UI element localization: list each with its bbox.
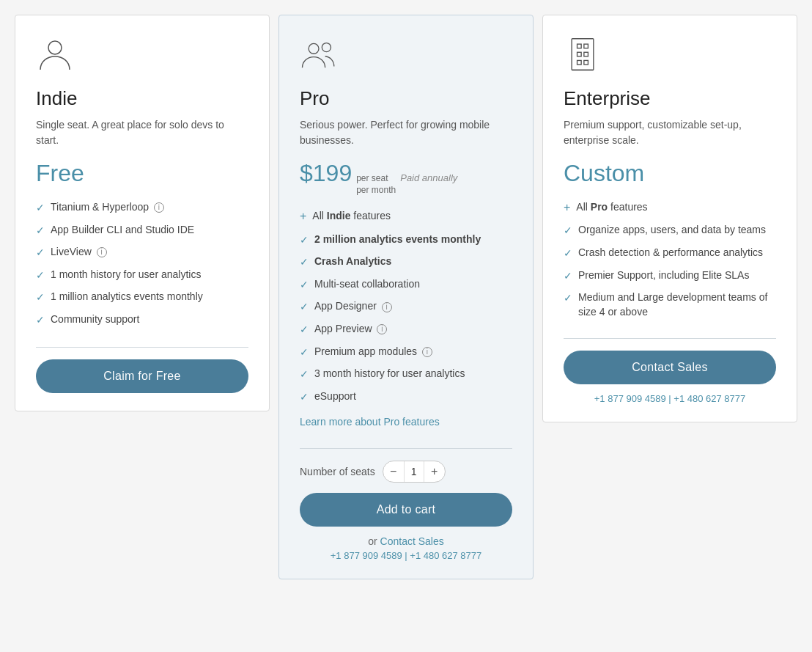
- check-icon: ✓: [300, 323, 309, 337]
- feature-text: 1 million analytics events monthly: [51, 290, 248, 304]
- seats-row: Number of seats − 1 +: [300, 461, 512, 483]
- list-item: ✓ Multi-seat collaboration: [300, 277, 512, 293]
- check-icon: ✓: [300, 255, 309, 270]
- feature-text: App Preview i: [314, 322, 512, 337]
- svg-rect-7: [577, 52, 582, 56]
- svg-point-2: [322, 43, 331, 52]
- feature-text: LiveView i: [51, 245, 248, 260]
- list-item: ✓ 2 million analytics events monthly: [300, 232, 512, 248]
- check-icon: ✓: [300, 278, 309, 293]
- indie-icon: [36, 36, 248, 77]
- list-item: ✓ Titanium & Hyperloop i: [36, 200, 248, 216]
- check-icon: ✓: [36, 290, 45, 305]
- check-icon: ✓: [300, 367, 309, 382]
- list-item: ✓ LiveView i: [36, 245, 248, 260]
- check-icon: ✓: [300, 345, 309, 360]
- divider: [564, 338, 776, 339]
- svg-rect-8: [584, 52, 588, 56]
- list-item: ✓ Medium and Large development teams of …: [564, 290, 776, 319]
- list-item: ✓ Organize apps, users, and data by team…: [564, 223, 776, 238]
- check-icon: ✓: [300, 233, 309, 248]
- enterprise-plan-description: Premium support, customizable set-up, en…: [564, 117, 776, 148]
- seats-decrease-button[interactable]: −: [383, 461, 404, 482]
- list-item: ✓ 1 million analytics events monthly: [36, 290, 248, 305]
- pro-learn-more-link[interactable]: Learn more about Pro features: [300, 416, 512, 428]
- feature-text: App Designer i: [314, 299, 512, 314]
- list-item: ✓ Crash Analytics: [300, 254, 512, 270]
- svg-rect-6: [584, 44, 588, 48]
- feature-text: All Indie features: [312, 209, 512, 224]
- enterprise-plan-card: Enterprise Premium support, customizable…: [542, 15, 797, 422]
- list-item: ✓ 3 month history for user analytics: [300, 367, 512, 382]
- pro-contact-info: or Contact Sales +1 877 909 4589 | +1 48…: [300, 535, 512, 561]
- indie-cta-button[interactable]: Claim for Free: [36, 359, 248, 393]
- enterprise-features-list: + All Pro features ✓ Organize apps, user…: [564, 200, 776, 326]
- pro-price-per: per seatper month: [356, 173, 396, 196]
- enterprise-plan-name: Enterprise: [564, 87, 776, 110]
- svg-rect-3: [572, 39, 594, 70]
- feature-text: Premium app modules i: [314, 345, 512, 359]
- check-icon: ✓: [36, 268, 45, 283]
- indie-plan-card: Indie Single seat. A great place for sol…: [15, 15, 270, 411]
- list-item: ✓ Crash detection & performance analytic…: [564, 246, 776, 261]
- feature-text: Medium and Large development teams of si…: [578, 290, 776, 319]
- check-icon: ✓: [564, 291, 572, 306]
- list-item: ✓ Community support: [36, 312, 248, 328]
- pricing-container: Indie Single seat. A great place for sol…: [15, 15, 797, 579]
- pro-plan-price: $199 per seatper month Paid annually: [300, 160, 512, 196]
- check-icon: ✓: [300, 300, 309, 315]
- indie-features-list: ✓ Titanium & Hyperloop i ✓ App Builder C…: [36, 200, 248, 335]
- person-icon: [36, 36, 74, 74]
- list-item: + All Indie features: [300, 209, 512, 224]
- pro-phones: +1 877 909 4589 | +1 480 627 8777: [300, 550, 512, 561]
- svg-rect-5: [577, 44, 582, 48]
- pro-cta-button[interactable]: Add to cart: [300, 493, 512, 527]
- pro-plan-card: Pro Serious power. Perfect for growing m…: [278, 15, 534, 579]
- plus-icon: +: [300, 208, 306, 224]
- enterprise-price-label: Custom: [564, 160, 776, 187]
- feature-text: eSupport: [314, 389, 512, 404]
- enterprise-plan-price: Custom: [564, 160, 776, 187]
- indie-plan-name: Indie: [36, 87, 248, 110]
- check-icon: ✓: [564, 246, 572, 261]
- svg-rect-10: [584, 60, 588, 65]
- list-item: ✓ eSupport: [300, 389, 512, 405]
- info-icon: i: [382, 302, 392, 312]
- pro-contact-sales-link[interactable]: Contact Sales: [380, 535, 444, 547]
- seats-value: 1: [404, 461, 424, 482]
- pro-plan-description: Serious power. Perfect for growing mobil…: [300, 117, 512, 148]
- indie-plan-description: Single seat. A great place for solo devs…: [36, 117, 248, 148]
- svg-point-0: [48, 41, 62, 54]
- feature-text: 1 month history for user analytics: [51, 268, 248, 282]
- feature-text: Crash detection & performance analytics: [578, 246, 776, 260]
- list-item: ✓ App Builder CLI and Studio IDE: [36, 223, 248, 238]
- list-item: ✓ App Preview i: [300, 322, 512, 337]
- seats-increase-button[interactable]: +: [424, 461, 445, 482]
- list-item: + All Pro features: [564, 200, 776, 216]
- feature-text: Multi-seat collaboration: [314, 277, 512, 292]
- info-icon: i: [154, 202, 164, 213]
- check-icon: ✓: [36, 201, 45, 216]
- feature-text: 3 month history for user analytics: [314, 367, 512, 381]
- pro-plan-name: Pro: [300, 87, 512, 110]
- check-icon: ✓: [36, 313, 45, 328]
- plus-icon: +: [564, 199, 570, 216]
- list-item: ✓ Premier Support, including Elite SLAs: [564, 268, 776, 284]
- check-icon: ✓: [300, 390, 309, 405]
- info-icon: i: [422, 347, 432, 357]
- indie-plan-price: Free: [36, 160, 248, 187]
- feature-text: Organize apps, users, and data by teams: [578, 223, 776, 238]
- seats-label: Number of seats: [300, 466, 375, 477]
- pro-price-amount: $199 per seatper month Paid annually: [300, 160, 512, 196]
- indie-price-label: Free: [36, 160, 248, 187]
- check-icon: ✓: [564, 269, 572, 284]
- enterprise-cta-button[interactable]: Contact Sales: [564, 351, 776, 384]
- seats-control: − 1 +: [383, 461, 446, 483]
- pro-features-list: + All Indie features ✓ 2 million analyti…: [300, 209, 512, 411]
- feature-text: Premier Support, including Elite SLAs: [578, 268, 776, 283]
- info-icon: i: [377, 324, 387, 334]
- feature-text: Crash Analytics: [314, 254, 512, 269]
- feature-text: App Builder CLI and Studio IDE: [51, 223, 248, 238]
- check-icon: ✓: [36, 224, 45, 238]
- pro-or-line: or Contact Sales: [300, 535, 512, 547]
